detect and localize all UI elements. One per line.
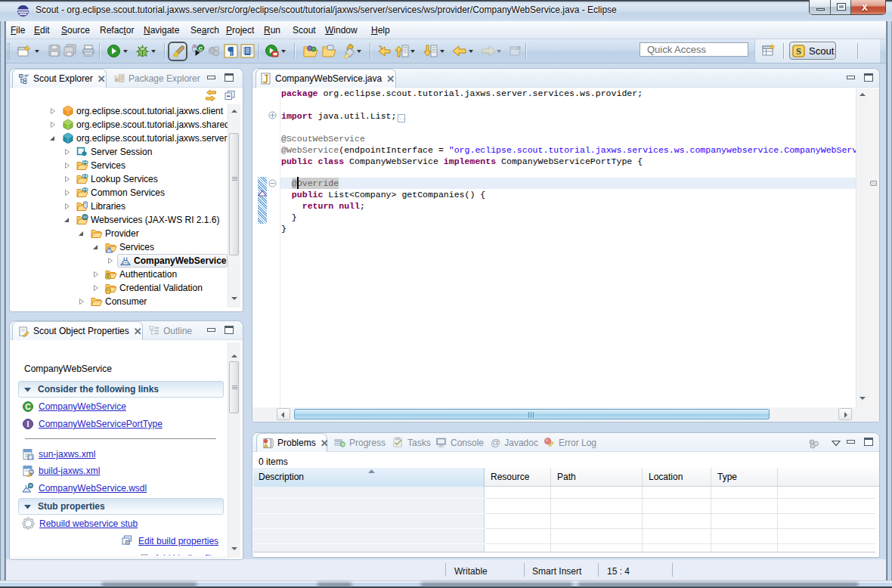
svg-text:C: C [25, 402, 31, 411]
svg-text:I: I [27, 419, 29, 429]
svg-text:C: C [199, 45, 203, 52]
svg-text:S: S [796, 46, 801, 57]
